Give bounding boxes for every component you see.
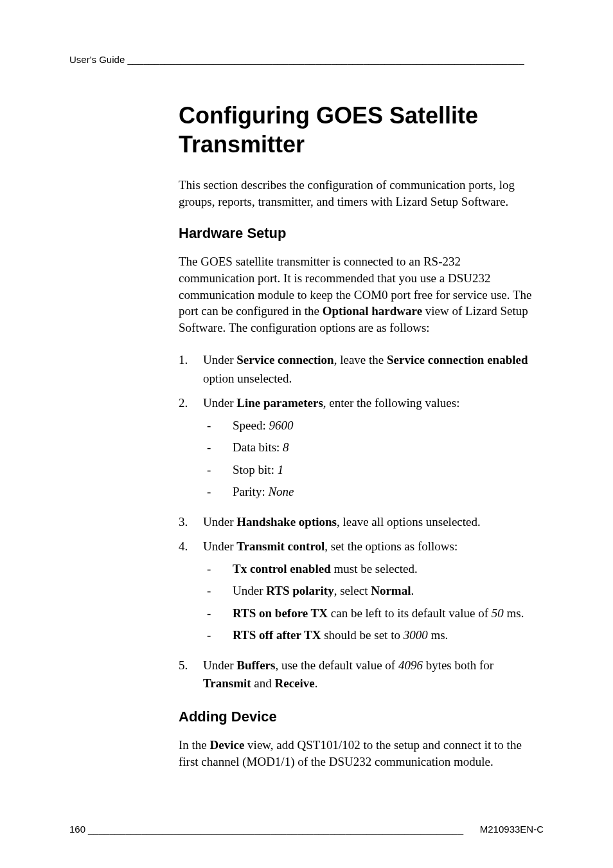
step-number: 2.	[179, 394, 203, 505]
footer-rule: ________________________________________…	[85, 824, 480, 835]
list-item: -RTS off after TX should be set to 3000 …	[203, 626, 537, 645]
text: .	[411, 584, 414, 597]
bold-text: Transmit control	[236, 539, 324, 553]
text: , use the default value of	[275, 658, 398, 672]
hardware-setup-heading: Hardware Setup	[179, 225, 537, 242]
bold-text: Device	[210, 738, 245, 752]
transmit-control-list: -Tx control enabled must be selected. -U…	[203, 560, 537, 645]
label: Parity:	[233, 485, 268, 498]
label: Data bits:	[233, 440, 283, 454]
value: 50	[492, 606, 504, 620]
dash-icon: -	[203, 560, 233, 579]
dash-icon: -	[203, 461, 233, 480]
step-number: 3.	[179, 513, 203, 532]
text: RTS off after TX should be set to 3000 m…	[233, 626, 537, 645]
list-item: -RTS on before TX can be left to its def…	[203, 604, 537, 623]
text: , enter the following values:	[323, 396, 460, 410]
text: , leave all options unselected.	[337, 515, 481, 529]
bold-text: RTS on before TX	[233, 606, 328, 620]
page-title: Configuring GOES Satellite Transmitter	[179, 101, 537, 159]
hardware-setup-paragraph: The GOES satellite transmitter is connec…	[179, 253, 537, 336]
step-text: Under Buffers, use the default value of …	[203, 656, 537, 693]
bold-text: Normal	[371, 584, 411, 597]
label: Stop bit:	[233, 463, 278, 476]
steps-list-b: 3. Under Handshake options, leave all op…	[179, 513, 537, 649]
label: Speed:	[233, 419, 269, 432]
bold-text: Handshake options	[236, 515, 337, 529]
step-text: Under Service connection, leave the Serv…	[203, 351, 537, 388]
list-item: -Under RTS polarity, select Normal.	[203, 582, 537, 601]
line-params-list: -Speed: 9600 -Data bits: 8 -Stop bit: 1 …	[203, 417, 537, 502]
text: Parity: None	[233, 483, 537, 502]
intro-paragraph: This section describes the configuration…	[179, 177, 537, 210]
doc-id: M210933EN-C	[480, 824, 544, 835]
value: 3000	[404, 628, 428, 642]
text: bytes both for	[423, 658, 493, 672]
value: None	[268, 485, 294, 498]
content-column: Configuring GOES Satellite Transmitter T…	[179, 101, 537, 770]
bold-text: RTS polarity	[266, 584, 333, 597]
steps-list-c: 5. Under Buffers, use the default value …	[179, 656, 537, 693]
text: Tx control enabled must be selected.	[233, 560, 537, 579]
text: Under	[203, 658, 236, 672]
text: Speed: 9600	[233, 417, 537, 435]
step-1: 1. Under Service connection, leave the S…	[179, 351, 537, 388]
value: 8	[283, 440, 289, 454]
steps-list-a: 1. Under Service connection, leave the S…	[179, 351, 537, 505]
text: In the	[179, 738, 210, 752]
bold-text: Service connection enabled	[387, 353, 528, 366]
text: Stop bit: 1	[233, 461, 537, 480]
text: and	[251, 676, 275, 690]
text: RTS on before TX can be left to its defa…	[233, 604, 537, 623]
dash-icon: -	[203, 604, 233, 623]
value: 4096	[398, 658, 423, 672]
adding-device-heading: Adding Device	[179, 709, 537, 725]
step-number: 1.	[179, 351, 203, 388]
list-item: -Speed: 9600	[203, 417, 537, 435]
dash-icon: -	[203, 626, 233, 645]
page-footer: 160 ____________________________________…	[69, 824, 544, 835]
text: option unselected.	[203, 372, 292, 385]
value: 9600	[269, 419, 293, 432]
bold-text: Optional hardware	[323, 304, 422, 318]
text: , select	[334, 584, 371, 597]
step-number: 4.	[179, 538, 203, 649]
list-item: -Parity: None	[203, 483, 537, 502]
bold-text: Transmit	[203, 676, 251, 690]
bold-text: Line parameters	[236, 396, 323, 410]
text: , leave the	[334, 353, 387, 366]
step-text: Under Line parameters, enter the followi…	[203, 394, 537, 505]
step-2: 2. Under Line parameters, enter the foll…	[179, 394, 537, 505]
list-item: -Stop bit: 1	[203, 461, 537, 480]
step-4: 4. Under Transmit control, set the optio…	[179, 538, 537, 649]
step-text: Under Transmit control, set the options …	[203, 538, 537, 649]
text: should be set to	[321, 628, 403, 642]
step-3: 3. Under Handshake options, leave all op…	[179, 513, 537, 532]
text: must be selected.	[331, 562, 418, 575]
step-number: 5.	[179, 656, 203, 693]
page: User's Guide ___________________________…	[0, 0, 613, 868]
dash-icon: -	[203, 483, 233, 502]
bold-text: Buffers	[236, 658, 275, 672]
bold-text: Receive	[275, 676, 315, 690]
page-number: 160	[69, 824, 85, 835]
text: ms.	[428, 628, 449, 642]
bold-text: Tx control enabled	[233, 562, 331, 575]
list-item: -Data bits: 8	[203, 439, 537, 457]
bold-text: Service connection	[236, 353, 333, 366]
text: Under	[203, 515, 236, 529]
step-5: 5. Under Buffers, use the default value …	[179, 656, 537, 693]
text: can be left to its default value of	[328, 606, 492, 620]
step-text: Under Handshake options, leave all optio…	[203, 513, 537, 532]
dash-icon: -	[203, 439, 233, 457]
text: Under	[203, 353, 236, 366]
dash-icon: -	[203, 582, 233, 601]
adding-device-paragraph: In the Device view, add QST101/102 to th…	[179, 737, 537, 770]
text: Under RTS polarity, select Normal.	[233, 582, 537, 601]
text: .	[315, 676, 318, 690]
running-head: User's Guide ___________________________…	[69, 54, 544, 65]
text: , set the options as follows:	[324, 539, 458, 553]
text: Data bits: 8	[233, 439, 537, 457]
dash-icon: -	[203, 417, 233, 435]
bold-text: RTS off after TX	[233, 628, 321, 642]
